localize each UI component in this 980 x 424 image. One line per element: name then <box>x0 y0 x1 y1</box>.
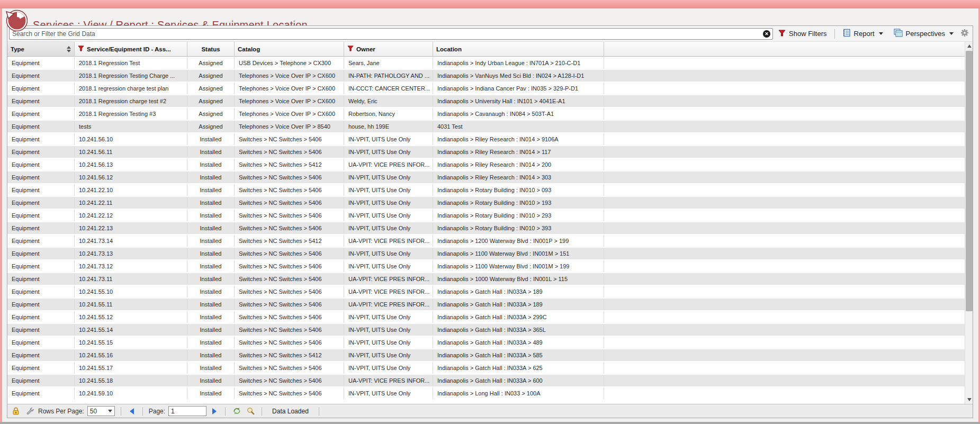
column-header-location[interactable]: Location <box>433 42 604 56</box>
table-row[interactable]: Equipment2018.1 Regression Testing Charg… <box>7 69 973 82</box>
cell-status: Installed <box>187 172 235 183</box>
refresh-icon[interactable] <box>231 406 242 417</box>
table-row[interactable]: Equipment10.241.59.10InstalledSwitches >… <box>7 387 973 400</box>
table-row[interactable]: Equipment10.241.55.10InstalledSwitches >… <box>7 285 973 298</box>
table-row[interactable]: Equipment10.241.56.13InstalledSwitches >… <box>7 158 973 171</box>
cell-filler <box>604 311 973 323</box>
table-row[interactable]: Equipment10.241.55.15InstalledSwitches >… <box>7 336 973 349</box>
table-row[interactable]: Equipment10.241.56.12InstalledSwitches >… <box>7 171 973 184</box>
page-number-input[interactable] <box>168 406 206 416</box>
grid-panel: ✕ Show Filters Report <box>7 25 973 418</box>
bottom-border-strip <box>0 422 980 424</box>
cell-location: Indianapolis > Gatch Hall : IN033A > 585 <box>433 349 604 361</box>
cell-status: Assigned <box>187 121 235 132</box>
cell-filler <box>604 172 973 183</box>
cell-catalog: Switches > NC Switches > 5406 <box>235 286 344 297</box>
cell-location: Indianapolis > Gatch Hall : IN033A > 299… <box>433 311 604 323</box>
cell-owner: Robertson, Nancy <box>344 108 433 120</box>
table-row[interactable]: Equipment10.241.55.17InstalledSwitches >… <box>7 362 973 374</box>
zoom-icon[interactable] <box>245 406 256 417</box>
cell-status: Installed <box>187 197 235 209</box>
cell-owner: UA-VPIT: VICE PRES INFOR... <box>344 286 433 297</box>
vertical-scrollbar[interactable] <box>965 42 973 404</box>
next-page-button[interactable] <box>210 407 219 416</box>
footer-separator <box>262 407 262 416</box>
table-row[interactable]: Equipment10.241.22.13InstalledSwitches >… <box>7 222 973 234</box>
cell-owner: IN-PATH: PATHOLOGY AND ... <box>344 70 433 82</box>
table-row[interactable]: Equipment10.241.56.11InstalledSwitches >… <box>7 146 973 158</box>
cell-filler <box>604 108 973 120</box>
cell-type: Equipment <box>7 121 75 132</box>
cell-catalog: Switches > NC Switches > 5406 <box>235 197 344 209</box>
top-accent-bar <box>0 0 980 8</box>
cell-catalog: Switches > NC Switches > 5406 <box>235 299 344 310</box>
table-row[interactable]: Equipment10.241.55.12InstalledSwitches >… <box>7 311 973 323</box>
cell-status: Installed <box>187 299 235 310</box>
column-header-catalog[interactable]: Catalog <box>235 42 344 56</box>
cell-filler <box>604 146 973 158</box>
table-row[interactable]: Equipment10.241.55.11InstalledSwitches >… <box>7 298 973 311</box>
rows-per-page-value: 50 <box>90 408 97 415</box>
perspectives-button[interactable]: Perspectives <box>888 28 959 40</box>
column-header-service-equipment-id[interactable]: Service/Equipment ID - Ass... <box>75 42 187 56</box>
column-header-owner[interactable]: Owner <box>344 42 433 56</box>
table-row[interactable]: Equipment2018.1 Regression charge test #… <box>7 95 973 107</box>
cell-catalog: Switches > NC Switches > 5412 <box>235 235 344 247</box>
cell-service-equipment-id: 10.241.22.13 <box>75 222 187 234</box>
cell-filler <box>604 159 973 170</box>
rows-per-page-select[interactable]: 50 <box>87 406 115 416</box>
table-row[interactable]: Equipment10.241.73.14InstalledSwitches >… <box>7 234 973 247</box>
grid-rows: Equipment2018.1 Regression TestAssignedU… <box>7 57 973 405</box>
cell-owner: UA-VPIT: VICE PRES INFOR... <box>344 159 433 170</box>
cell-service-equipment-id: 10.241.22.11 <box>75 197 187 209</box>
scroll-down-icon[interactable] <box>965 395 973 404</box>
cell-service-equipment-id: 10.241.22.10 <box>75 184 187 196</box>
cell-owner: IN-VPIT, UITS Use Only <box>344 133 433 145</box>
wrench-icon[interactable] <box>24 406 35 417</box>
clear-search-icon[interactable]: ✕ <box>763 30 770 38</box>
table-row[interactable]: Equipment10.241.73.12InstalledSwitches >… <box>7 260 973 273</box>
table-row[interactable]: Equipment10.241.73.13InstalledSwitches >… <box>7 247 973 260</box>
table-row[interactable]: EquipmenttestsAssignedTelephones > Voice… <box>7 120 973 133</box>
cell-service-equipment-id: 2018.1 Regression Testing Charge ... <box>75 70 187 82</box>
previous-page-button[interactable] <box>127 407 137 416</box>
table-row[interactable]: Equipment10.241.22.10InstalledSwitches >… <box>7 184 973 196</box>
cell-location: Indianapolis > Long Hall : IN033 > 100A <box>433 387 604 399</box>
table-row[interactable]: Equipment2018.1 Regression TestAssignedU… <box>7 57 973 69</box>
table-row[interactable]: Equipment2018.1 Regression Testing #3Ass… <box>7 107 973 120</box>
cell-type: Equipment <box>7 159 75 170</box>
cell-service-equipment-id: 2018.1 Regression Test <box>75 57 187 69</box>
table-row[interactable]: Equipment10.241.73.11InstalledSwitches >… <box>7 273 973 285</box>
grid-settings-button[interactable] <box>959 28 970 40</box>
perspectives-icon <box>894 29 903 39</box>
cell-status: Assigned <box>187 83 235 94</box>
footer-separator <box>121 407 121 416</box>
perspectives-caret-icon <box>949 32 954 35</box>
sort-icon[interactable] <box>67 46 71 52</box>
perspectives-label: Perspectives <box>906 30 945 38</box>
report-button[interactable]: Report <box>837 28 888 40</box>
table-row[interactable]: Equipment10.241.56.10InstalledSwitches >… <box>7 133 973 146</box>
cell-service-equipment-id: 10.241.73.12 <box>75 260 187 272</box>
table-row[interactable]: Equipment10.241.55.14InstalledSwitches >… <box>7 323 973 336</box>
cell-catalog: Telephones > Voice Over IP > CX600 <box>235 70 344 82</box>
column-header-type[interactable]: Type <box>7 42 75 56</box>
table-row[interactable]: Equipment10.241.55.18InstalledSwitches >… <box>7 374 973 387</box>
table-row[interactable]: Equipment10.241.22.12InstalledSwitches >… <box>7 209 973 222</box>
scrollbar-thumb[interactable] <box>966 51 973 311</box>
scroll-up-icon[interactable] <box>965 42 973 50</box>
show-filters-label: Show Filters <box>789 30 827 38</box>
search-input[interactable] <box>9 28 773 40</box>
table-row[interactable]: Equipment10.241.22.11InstalledSwitches >… <box>7 196 973 209</box>
cell-status: Assigned <box>187 57 235 69</box>
show-filters-button[interactable]: Show Filters <box>773 28 832 40</box>
lock-icon[interactable] <box>11 406 21 417</box>
cell-status: Installed <box>187 286 235 297</box>
cell-service-equipment-id: 10.241.56.12 <box>75 172 187 183</box>
table-row[interactable]: Equipment10.241.55.16InstalledSwitches >… <box>7 349 973 362</box>
table-row[interactable]: Equipment2018.1 regression charge test p… <box>7 82 973 95</box>
cell-filler <box>604 210 973 221</box>
cell-location: Indianapolis > 1100 Waterway Blvd : IN00… <box>433 248 604 259</box>
column-label: Type <box>11 46 24 52</box>
column-header-status[interactable]: Status <box>187 42 235 56</box>
